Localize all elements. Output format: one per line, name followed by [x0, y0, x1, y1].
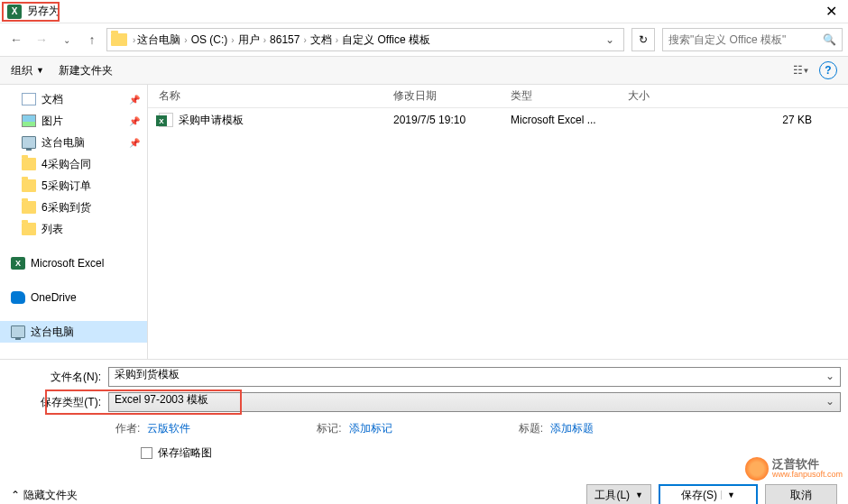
- sidebar-item[interactable]: 这台电脑📌: [0, 132, 147, 153]
- column-headers: 名称 修改日期 类型 大小: [148, 85, 848, 108]
- sidebar-item[interactable]: 5采购订单: [0, 175, 147, 197]
- sidebar-item[interactable]: 图片📌: [0, 110, 147, 132]
- file-size: 27 KB: [617, 114, 848, 126]
- hide-folders-button[interactable]: ⌃ 隐藏文件夹: [11, 488, 78, 503]
- chevron-down-icon: ▼: [635, 490, 643, 499]
- file-name: 采购申请模板: [179, 113, 244, 128]
- thumbnail-row: 保存缩略图: [7, 445, 841, 461]
- sidebar-item-label: 这台电脑: [31, 325, 74, 340]
- sidebar-item-label: Microsoft Excel: [31, 257, 104, 270]
- metadata-row: 作者:云版软件 标记:添加标记 标题:添加标题: [7, 417, 841, 445]
- tag-label: 标记:: [317, 421, 341, 436]
- close-icon[interactable]: ✕: [822, 3, 841, 20]
- recent-dropdown-icon[interactable]: ⌄: [56, 29, 78, 50]
- sidebar-item-label: 4采购合同: [41, 157, 91, 172]
- sidebar-item-label: OneDrive: [31, 291, 77, 304]
- sidebar-item-label: 列表: [41, 222, 63, 237]
- breadcrumb-item[interactable]: 这台电脑: [137, 32, 180, 48]
- title-meta-value[interactable]: 添加标题: [550, 421, 594, 436]
- sidebar-item-label: 文档: [41, 92, 63, 107]
- help-icon[interactable]: ?: [819, 61, 837, 79]
- watermark-cn: 泛普软件: [772, 458, 843, 471]
- tools-button[interactable]: 工具(L)▼: [586, 484, 651, 504]
- breadcrumb-item[interactable]: 自定义 Office 模板: [342, 32, 430, 48]
- column-type[interactable]: 类型: [500, 88, 617, 104]
- pin-icon: 📌: [129, 138, 140, 148]
- thumbnail-label[interactable]: 保存缩略图: [158, 445, 212, 461]
- cancel-button[interactable]: 取消: [765, 484, 837, 504]
- new-folder-button[interactable]: 新建文件夹: [59, 63, 113, 78]
- column-name[interactable]: 名称: [148, 88, 383, 104]
- sidebar-item-label: 这台电脑: [41, 135, 85, 151]
- chevron-right-icon[interactable]: ›: [334, 35, 340, 45]
- filetype-field[interactable]: [115, 394, 820, 407]
- up-icon[interactable]: ↑: [81, 29, 103, 50]
- file-date: 2019/7/5 19:10: [383, 114, 500, 126]
- watermark-en: www.fanpusoft.com: [772, 471, 843, 480]
- chevron-down-icon: ▼: [721, 490, 735, 499]
- column-date[interactable]: 修改日期: [383, 88, 500, 104]
- pin-icon: 📌: [129, 95, 140, 105]
- sidebar-item[interactable]: 4采购合同: [0, 153, 147, 175]
- thumbnail-checkbox[interactable]: [141, 447, 152, 459]
- chevron-right-icon[interactable]: ›: [301, 35, 308, 45]
- chevron-right-icon[interactable]: ›: [262, 35, 268, 45]
- author-value[interactable]: 云版软件: [147, 421, 190, 436]
- watermark-logo-icon: [745, 457, 769, 481]
- sidebar-item-label: 图片: [41, 114, 63, 129]
- search-icon[interactable]: 🔍: [823, 33, 836, 46]
- sidebar-item-label: 5采购订单: [41, 179, 91, 194]
- view-options-icon[interactable]: ☷ ▼: [790, 61, 812, 79]
- search-field[interactable]: [668, 33, 823, 46]
- filetype-select[interactable]: [108, 392, 841, 412]
- excel-file-icon: [159, 113, 173, 127]
- folder-icon: [111, 33, 127, 46]
- chevron-right-icon[interactable]: ›: [229, 35, 235, 45]
- file-type: Microsoft Excel ...: [500, 114, 617, 126]
- sidebar-item[interactable]: 6采购到货: [0, 197, 147, 218]
- refresh-icon[interactable]: ↻: [631, 28, 655, 51]
- sidebar[interactable]: 文档📌图片📌这台电脑📌4采购合同5采购订单6采购到货列表XMicrosoft E…: [0, 85, 148, 359]
- column-size[interactable]: 大小: [617, 88, 848, 104]
- sidebar-item[interactable]: 这台电脑: [0, 321, 147, 343]
- breadcrumb: 这台电脑› OS (C:)› 用户› 86157› 文档› 自定义 Office…: [137, 32, 430, 48]
- filename-label: 文件名(N):: [7, 370, 108, 385]
- address-bar[interactable]: › 这台电脑› OS (C:)› 用户› 86157› 文档› 自定义 Offi…: [106, 28, 624, 51]
- sidebar-item[interactable]: OneDrive: [0, 287, 147, 308]
- filetype-label: 保存类型(T):: [7, 395, 108, 410]
- breadcrumb-item[interactable]: 文档: [310, 32, 332, 48]
- organize-button[interactable]: 组织 ▼: [11, 63, 44, 78]
- title-meta-label: 标题:: [519, 421, 543, 436]
- author-label: 作者:: [115, 421, 140, 436]
- window-title: 另存为: [27, 4, 60, 19]
- bottom-bar: ⌃ 隐藏文件夹 工具(L)▼ 保存(S)▼ 取消: [0, 479, 848, 504]
- chevron-down-icon: ▼: [36, 66, 44, 75]
- sidebar-item[interactable]: 文档📌: [0, 88, 147, 110]
- toolbar: 组织 ▼ 新建文件夹 ☷ ▼ ?: [0, 56, 848, 85]
- chevron-up-icon: ⌃: [11, 489, 20, 501]
- sidebar-item-label: 6采购到货: [41, 200, 91, 215]
- search-input[interactable]: 🔍: [662, 28, 843, 51]
- chevron-right-icon[interactable]: ›: [131, 35, 137, 45]
- chevron-right-icon[interactable]: ›: [182, 35, 189, 45]
- file-row[interactable]: 采购申请模板2019/7/5 19:10Microsoft Excel ...2…: [148, 108, 848, 132]
- titlebar: X 另存为 ✕: [0, 0, 848, 23]
- breadcrumb-item[interactable]: 86157: [270, 33, 300, 46]
- sidebar-item[interactable]: XMicrosoft Excel: [0, 252, 147, 274]
- main-area: 文档📌图片📌这台电脑📌4采购合同5采购订单6采购到货列表XMicrosoft E…: [0, 85, 848, 359]
- save-button[interactable]: 保存(S)▼: [659, 484, 758, 504]
- breadcrumb-item[interactable]: 用户: [238, 32, 260, 48]
- sidebar-item[interactable]: 列表: [0, 218, 147, 240]
- pin-icon: 📌: [129, 116, 140, 126]
- watermark: 泛普软件 www.fanpusoft.com: [745, 457, 843, 481]
- back-icon[interactable]: ←: [5, 29, 27, 50]
- tag-value[interactable]: 添加标记: [349, 421, 392, 436]
- save-form: 文件名(N): 保存类型(T): 作者:云版软件 标记:添加标记 标题:添加标题…: [0, 359, 848, 479]
- filename-input[interactable]: [108, 367, 841, 387]
- breadcrumb-item[interactable]: OS (C:): [191, 33, 228, 46]
- chevron-down-icon[interactable]: ⌄: [600, 33, 620, 46]
- excel-app-icon: X: [7, 5, 22, 19]
- forward-icon[interactable]: →: [31, 29, 52, 50]
- filename-field[interactable]: [115, 369, 820, 381]
- navigation-bar: ← → ⌄ ↑ › 这台电脑› OS (C:)› 用户› 86157› 文档› …: [0, 23, 848, 56]
